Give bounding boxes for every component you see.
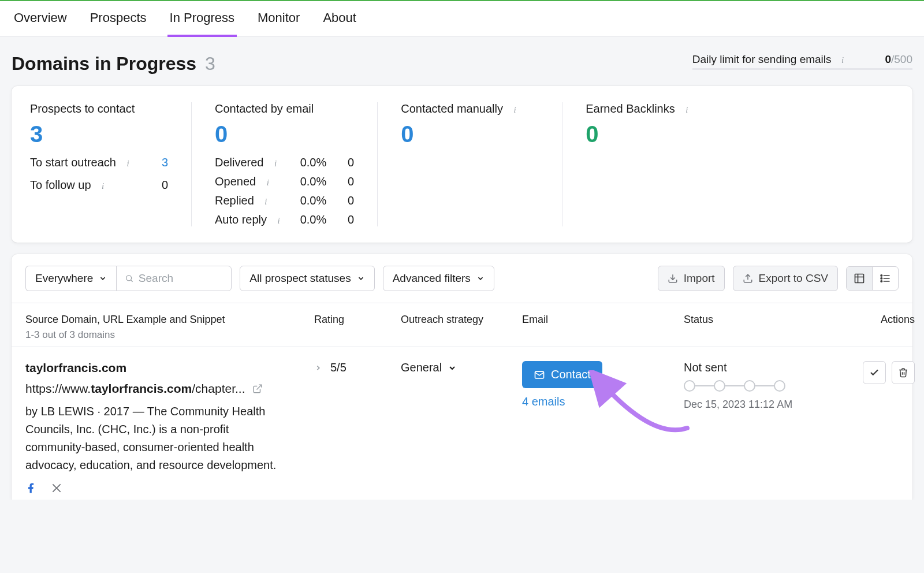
- rating-cell[interactable]: 5/5: [314, 361, 401, 374]
- stat-contacted-manually: Contacted manually i 0: [401, 102, 562, 226]
- daily-limit-used: 0: [885, 53, 891, 65]
- info-icon[interactable]: i: [681, 105, 692, 116]
- status-filter-select[interactable]: All prospect statuses: [240, 266, 374, 291]
- page-title: Domains in Progress 3: [12, 53, 215, 75]
- stat-sub-count: 0: [162, 178, 168, 192]
- th-source-sub: 1-3 out of 3 domains: [25, 329, 314, 341]
- table-header-row: Source Domain, URL Example and Snippet 1…: [12, 303, 912, 347]
- email-cell: Contact 4 emails: [522, 361, 684, 408]
- stat-sub-pct: 0.0%: [300, 156, 327, 169]
- x-twitter-icon[interactable]: [51, 482, 62, 494]
- status-progress: [684, 380, 828, 392]
- svg-point-11: [881, 278, 882, 280]
- stat-value: 0: [215, 122, 354, 146]
- stat-value: 0: [401, 122, 539, 146]
- domain-name[interactable]: taylorfrancis.com: [25, 361, 314, 375]
- svg-rect-4: [855, 274, 864, 283]
- filters-row: Everywhere All prospect statuses Advance…: [12, 266, 912, 303]
- stat-label: Earned Backlinks i: [586, 102, 724, 116]
- status-date: Dec 15, 2023 11:12 AM: [684, 397, 828, 412]
- export-csv-button[interactable]: Export to CSV: [733, 266, 838, 291]
- strategy-cell[interactable]: General: [401, 361, 522, 374]
- info-icon[interactable]: i: [263, 178, 273, 188]
- delete-button[interactable]: [892, 361, 915, 384]
- stat-sub-count: 0: [342, 175, 354, 188]
- info-icon[interactable]: i: [510, 105, 520, 116]
- daily-limit-total: /500: [891, 53, 912, 65]
- svg-point-12: [881, 281, 882, 282]
- stats-card: Prospects to contact 3 To start outreach…: [12, 86, 912, 243]
- page-title-text: Domains in Progress: [12, 53, 196, 74]
- th-source: Source Domain, URL Example and Snippet 1…: [25, 314, 314, 341]
- stat-label: Prospects to contact: [30, 102, 168, 116]
- stat-sub-label: Delivered i: [215, 156, 284, 169]
- th-strategy: Outreach strategy: [401, 314, 522, 326]
- facebook-icon[interactable]: [25, 482, 37, 494]
- stat-sub-label: To follow up i: [30, 178, 162, 192]
- domain-url[interactable]: https://www.taylorfrancis.com/chapter...: [25, 382, 314, 396]
- status-cell: Not sent Dec 15, 2023 11:12 AM: [684, 361, 828, 412]
- scope-select[interactable]: Everywhere: [25, 266, 116, 291]
- info-icon[interactable]: i: [837, 55, 848, 66]
- info-icon[interactable]: i: [260, 197, 271, 207]
- svg-point-0: [126, 276, 132, 281]
- view-list-button[interactable]: [872, 267, 898, 290]
- th-rating: Rating: [314, 314, 401, 326]
- list-icon: [880, 273, 891, 284]
- info-icon[interactable]: i: [270, 159, 281, 169]
- daily-limit-label: Daily limit for sending emails: [692, 53, 832, 65]
- tab-prospects[interactable]: Prospects: [88, 1, 149, 36]
- stat-sub-label: To start outreach i: [30, 156, 162, 169]
- search-input[interactable]: [139, 272, 223, 285]
- view-table-button[interactable]: [847, 267, 872, 290]
- search-icon: [125, 273, 134, 284]
- info-icon[interactable]: i: [123, 159, 133, 169]
- view-toggle: [846, 266, 899, 291]
- info-icon[interactable]: i: [98, 181, 108, 192]
- chevron-down-icon: [99, 274, 107, 282]
- contact-button[interactable]: Contact: [522, 361, 602, 388]
- prospects-table-card: Everywhere All prospect statuses Advance…: [12, 254, 912, 500]
- th-email: Email: [522, 314, 684, 326]
- stat-sub-count: 3: [162, 156, 168, 169]
- external-link-icon[interactable]: [252, 384, 263, 394]
- nav-tabs: Overview Prospects In Progress Monitor A…: [0, 0, 924, 37]
- stat-value: 0: [586, 122, 724, 146]
- trash-icon: [898, 367, 908, 378]
- stat-sub-pct: 0.0%: [300, 175, 327, 188]
- stat-prospects-to-contact: Prospects to contact 3 To start outreach…: [30, 102, 192, 226]
- strategy-value: General: [401, 361, 442, 374]
- tab-about[interactable]: About: [321, 1, 359, 36]
- chevron-down-icon: [476, 274, 485, 282]
- svg-line-1: [131, 280, 133, 282]
- tab-overview[interactable]: Overview: [12, 1, 69, 36]
- stat-sub-label: Replied i: [215, 194, 284, 207]
- mail-icon: [534, 369, 545, 381]
- stat-earned-backlinks: Earned Backlinks i 0: [586, 102, 747, 226]
- stat-sub-label: Auto reply i: [215, 213, 284, 226]
- stat-sub-label: Opened i: [215, 175, 284, 188]
- status-label: Not sent: [684, 361, 828, 374]
- daily-limit-bar: [692, 68, 912, 70]
- page-title-count: 3: [205, 53, 215, 74]
- page-header: Domains in Progress 3 Daily limit for se…: [0, 37, 924, 86]
- check-icon: [869, 367, 880, 378]
- stat-label: Contacted by email: [215, 102, 354, 116]
- info-icon[interactable]: i: [274, 216, 284, 226]
- source-cell: taylorfrancis.com https://www.taylorfran…: [25, 361, 314, 494]
- tab-in-progress[interactable]: In Progress: [167, 1, 237, 37]
- rating-value: 5/5: [330, 361, 346, 374]
- table-icon: [854, 273, 865, 284]
- search-input-wrap[interactable]: [116, 266, 232, 291]
- tab-monitor[interactable]: Monitor: [255, 1, 302, 36]
- th-actions: Actions: [828, 314, 915, 326]
- email-count-link[interactable]: 4 emails: [522, 395, 684, 408]
- stat-value: 3: [30, 122, 168, 146]
- import-button[interactable]: Import: [658, 266, 725, 291]
- th-status: Status: [684, 314, 828, 326]
- advanced-filters-select[interactable]: Advanced filters: [383, 266, 494, 291]
- stat-sub-pct: 0.0%: [300, 194, 327, 207]
- stat-sub-count: 0: [342, 194, 354, 207]
- mark-done-button[interactable]: [863, 361, 886, 384]
- stat-sub-pct: 0.0%: [300, 213, 327, 226]
